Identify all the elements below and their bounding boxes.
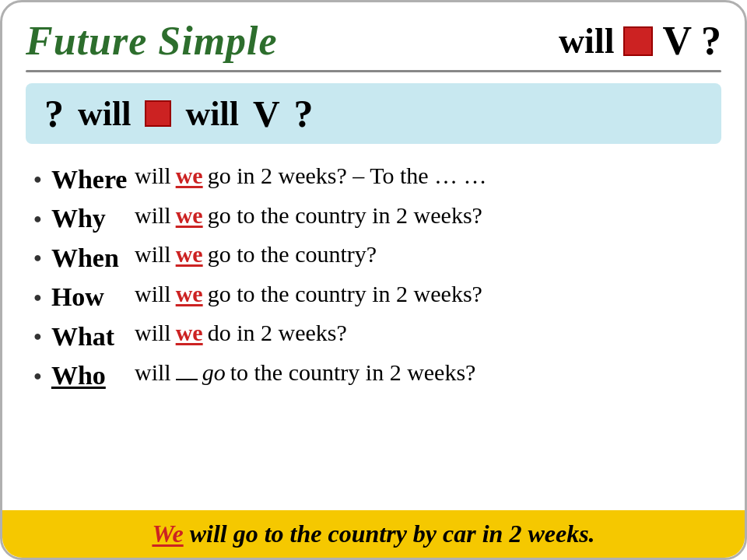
example-text-how: will we go to the country in 2 weeks? xyxy=(135,281,482,307)
bottom-we: We xyxy=(152,520,183,548)
wh-label: How xyxy=(51,282,104,312)
will-how: will xyxy=(135,281,171,307)
rest-how: go to the country in 2 weeks? xyxy=(208,281,482,307)
will-where: will xyxy=(135,163,171,189)
wh-who: ● Who xyxy=(33,361,135,390)
rest-where: go in 2 weeks? – To the … … xyxy=(208,163,487,189)
bullet-icon: ● xyxy=(33,171,42,187)
will-who: will xyxy=(135,359,171,386)
formula-v: V xyxy=(662,18,692,64)
wh-label: What xyxy=(51,322,114,352)
will-what: will xyxy=(135,320,171,346)
wh-label: When xyxy=(51,243,119,273)
header-row: Future Simple will V ? xyxy=(26,18,721,64)
bottom-rest: go to the country by car in 2 weeks. xyxy=(233,520,595,548)
wh-how: ● How xyxy=(33,282,135,312)
bullet-icon: ● xyxy=(33,289,42,306)
bullet-icon: ● xyxy=(33,211,42,227)
examples-list: ● Where will we go in 2 weeks? – To the … xyxy=(26,163,721,390)
bar-qm-left: ? xyxy=(44,91,64,136)
will-why: will xyxy=(135,202,171,229)
rest-why: go to the country in 2 weeks? xyxy=(208,202,482,229)
bar-will2: will xyxy=(185,94,238,134)
wh-label: Who xyxy=(51,361,106,390)
formula-top: will V ? xyxy=(559,18,721,64)
red-square-icon xyxy=(623,26,653,56)
formula-bar: ? will will V ? xyxy=(26,83,721,144)
subject-when: we xyxy=(176,241,203,268)
subject-where: we xyxy=(176,163,203,189)
rest-what: do in 2 weeks? xyxy=(208,320,347,346)
blank-subject-icon xyxy=(176,379,198,380)
bullet-icon: ● xyxy=(33,368,42,384)
example-text-who: will go to the country in 2 weeks? xyxy=(135,359,475,386)
bullet-icon: ● xyxy=(33,250,42,266)
example-row-what: ● What will we do in 2 weeks? xyxy=(33,320,721,352)
will-when: will xyxy=(135,241,171,268)
subject-how: we xyxy=(176,281,203,307)
wh-why: ● Why xyxy=(33,204,135,233)
italic-go: go xyxy=(202,359,226,386)
wh-what: ● What xyxy=(33,322,135,352)
wh-label: Why xyxy=(51,204,106,233)
rest-who: to the country in 2 weeks? xyxy=(230,359,476,386)
bar-red-square-icon xyxy=(145,100,171,127)
slide: Future Simple will V ? ? will will V ? ●… xyxy=(0,0,747,560)
bar-v: V xyxy=(253,93,280,135)
wh-when: ● When xyxy=(33,243,135,273)
divider xyxy=(26,70,721,72)
subject-what: we xyxy=(176,320,203,346)
bar-will1: will xyxy=(78,94,131,134)
rest-when: go to the country? xyxy=(208,241,377,268)
example-text-where: will we go in 2 weeks? – To the … … xyxy=(135,163,487,189)
slide-title: Future Simple xyxy=(26,18,278,64)
example-text-why: will we go to the country in 2 weeks? xyxy=(135,202,482,229)
subject-why: we xyxy=(176,202,203,229)
wh-where: ● Where xyxy=(33,165,135,194)
bullet-icon: ● xyxy=(33,328,42,345)
example-row-who: ● Who will go to the country in 2 weeks? xyxy=(33,359,721,391)
example-text-when: will we go to the country? xyxy=(135,241,377,268)
example-text-what: will we do in 2 weeks? xyxy=(135,320,347,346)
example-row-when: ● When will we go to the country? xyxy=(33,241,721,273)
example-row-why: ● Why will we go to the country in 2 wee… xyxy=(33,202,721,234)
formula-will: will xyxy=(559,20,615,61)
bottom-will: will xyxy=(190,520,233,548)
bottom-bar: We will go to the country by car in 2 we… xyxy=(2,510,745,558)
example-row-where: ● Where will we go in 2 weeks? – To the … xyxy=(33,163,721,194)
formula-qm: ? xyxy=(701,18,721,64)
example-row-how: ● How will we go to the country in 2 wee… xyxy=(33,281,721,313)
wh-label: Where xyxy=(51,165,128,194)
bar-qm-right: ? xyxy=(294,91,314,136)
